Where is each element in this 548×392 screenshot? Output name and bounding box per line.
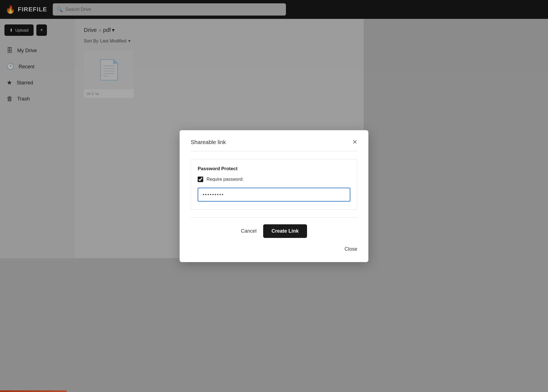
password-section: Password Protect Require password: [191, 159, 357, 210]
modal-header: Shareable link ✕ [191, 139, 357, 151]
modal-divider [191, 217, 357, 218]
require-password-label: Require password: [207, 177, 243, 182]
cancel-button[interactable]: Cancel [241, 228, 257, 234]
create-link-button[interactable]: Create Link [263, 224, 307, 238]
shareable-link-modal: Shareable link ✕ Password Protect Requir… [180, 130, 364, 258]
require-password-checkbox[interactable] [198, 177, 203, 182]
modal-title: Shareable link [191, 139, 226, 145]
close-button[interactable]: Close [345, 246, 357, 252]
modal-overlay: Shareable link ✕ Password Protect Requir… [0, 0, 364, 258]
checkbox-row: Require password: [198, 177, 350, 182]
modal-actions: Cancel Create Link [191, 224, 357, 238]
section-title: Password Protect [198, 166, 350, 172]
password-input[interactable] [198, 188, 350, 202]
modal-footer: Close [191, 246, 357, 252]
modal-close-x-button[interactable]: ✕ [352, 139, 357, 145]
